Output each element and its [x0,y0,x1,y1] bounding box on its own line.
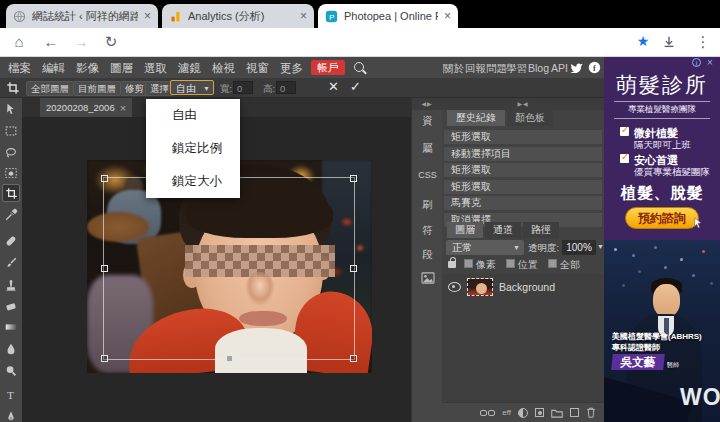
tab-swatches[interactable]: 顏色板 [507,110,553,126]
clone-stamp-tool-icon[interactable] [2,276,20,294]
browser-tab-2[interactable]: Analytics (分析) × [162,4,314,28]
browser-tab-3-active[interactable]: P Photopea | Online Photo Edi × [318,4,458,28]
crop-handle[interactable] [350,175,357,182]
tab-close-icon[interactable]: × [144,10,151,22]
menu-window[interactable]: 視窗 [246,61,269,76]
image-panel-icon[interactable] [421,272,435,284]
link-layers-icon[interactable] [480,410,495,416]
panel-strip-character[interactable]: 符 [412,224,443,238]
healing-tool-icon[interactable] [2,232,20,250]
cancel-crop-icon[interactable]: ✕ [328,79,339,94]
link-api[interactable]: API [551,62,568,74]
dodge-tool-icon[interactable] [2,362,20,380]
browser-tab-1[interactable]: 網誌統計 ‹ 阿祥的網路筆記本 - × [6,4,158,28]
opacity-input[interactable]: 100% [562,240,596,255]
account-button[interactable]: 帳戶 [311,60,345,75]
confirm-crop-icon[interactable]: ✓ [350,79,361,94]
menu-image[interactable]: 影像 [76,61,99,76]
tab-history[interactable]: 歷史紀錄 [447,110,505,126]
history-entry[interactable]: 矩形選取 [444,180,602,194]
panel-strip-props[interactable]: 屬 [412,142,443,156]
eyedropper-tool-icon[interactable] [2,206,20,224]
twitter-icon[interactable] [570,62,583,73]
crop-handle[interactable] [350,355,357,362]
panel-strip-css[interactable]: CSS [412,170,443,180]
pen-tool-icon[interactable] [2,407,20,422]
lasso-tool-icon[interactable] [2,144,20,162]
document-tab[interactable]: 20200208_2006 × [40,98,132,117]
brush-tool-icon[interactable] [2,254,20,272]
mask-icon[interactable] [535,408,544,417]
document-close-icon[interactable]: × [120,102,126,114]
layer-thumbnail[interactable] [467,278,493,296]
download-icon[interactable] [662,35,676,49]
crop-mode-dropdown[interactable]: 自由 ▼ [170,80,214,95]
crop-handle[interactable] [101,175,108,182]
facebook-icon[interactable]: f [588,61,601,74]
tab-close-icon[interactable]: × [300,10,307,22]
adjustment-icon[interactable] [518,408,528,418]
move-tool-icon[interactable] [2,100,20,118]
blend-mode-dropdown[interactable]: 正常 ▼ [446,240,524,255]
menu-edit[interactable]: 編輯 [42,61,65,76]
panel-strip-info[interactable]: 資 [412,114,443,128]
menu-item-fixed-ratio[interactable]: 鎖定比例 [146,132,240,165]
menu-layer[interactable]: 圖層 [110,61,133,76]
menu-file[interactable]: 檔案 [8,61,31,76]
tab-layers[interactable]: 圖層 [447,222,483,238]
ad-info-icon[interactable]: i [692,58,701,67]
ad-banner[interactable]: i × 萌髮診所 專業植髮醫療團隊 微針植髮 隔天即可上班 安心首選 優質專業植… [604,57,720,422]
reload-icon[interactable]: ↻ [102,33,120,51]
panel-strip-paragraph[interactable]: 段 [412,248,443,262]
history-entry[interactable]: 矩形選取 [444,130,602,144]
delete-trash-icon[interactable] [586,407,596,418]
crop-handle[interactable] [101,265,108,272]
ad-cta-button[interactable]: 預約諮詢 [625,207,699,229]
effects-icon[interactable]: eff [502,408,511,417]
ad-close-icon[interactable]: × [707,57,713,68]
crop-selection-overlay[interactable] [103,177,355,360]
menu-view[interactable]: 檢視 [212,61,235,76]
history-entry[interactable]: 移動選擇項目 [444,147,602,161]
home-icon[interactable]: ⌂ [10,33,28,50]
menu-more[interactable]: 更多 [280,61,303,76]
new-layer-icon[interactable] [570,408,579,417]
lock-position-checkbox[interactable] [506,259,515,268]
menu-item-free[interactable]: 自由 [146,99,240,132]
panel-collapse-control[interactable]: ▶◀ [442,98,604,110]
crop-handle[interactable] [226,355,233,362]
crop-handle[interactable] [350,265,357,272]
panel-strip-brush[interactable]: 刷 [412,198,443,212]
forward-icon[interactable]: → [72,33,90,50]
object-selection-tool-icon[interactable] [2,164,20,182]
width-input[interactable]: 0 [233,81,253,94]
panel-collapse-control[interactable]: ◀▶ [412,98,442,110]
lock-all-checkbox[interactable] [548,259,557,268]
history-entry[interactable]: 馬賽克 [444,196,602,210]
menu-select[interactable]: 選取 [144,61,167,76]
visibility-eye-icon[interactable] [448,282,461,292]
crop-handle[interactable] [101,355,108,362]
marquee-tool-icon[interactable] [2,122,20,140]
search-icon[interactable] [354,62,364,72]
link-about[interactable]: 關於 [443,62,464,76]
crop-tool-icon-selected[interactable] [2,184,20,202]
blur-tool-icon[interactable] [2,340,20,358]
group-folder-icon[interactable] [551,408,563,418]
type-tool-icon[interactable]: T [2,386,20,404]
browser-menu-icon[interactable]: ⋮ [694,33,712,51]
eraser-tool-icon[interactable] [2,297,20,315]
link-blog[interactable]: Blog [528,62,549,74]
tab-close-icon[interactable]: × [444,10,451,22]
all-layers-button[interactable]: 全部圖層 [26,81,74,96]
tab-paths[interactable]: 路徑 [523,222,559,238]
history-entry[interactable]: 矩形選取 [444,163,602,177]
height-input[interactable]: 0 [276,81,296,94]
opacity-caret-icon[interactable]: ▼ [597,243,604,250]
menu-filter[interactable]: 濾鏡 [178,61,201,76]
bookmark-star-icon[interactable]: ★ [634,33,652,49]
layer-row-background[interactable]: Background [442,276,604,298]
back-icon[interactable]: ← [42,33,60,50]
current-layer-button[interactable]: 目前圖層 [73,81,121,96]
link-learn[interactable]: 學習 [506,62,527,76]
